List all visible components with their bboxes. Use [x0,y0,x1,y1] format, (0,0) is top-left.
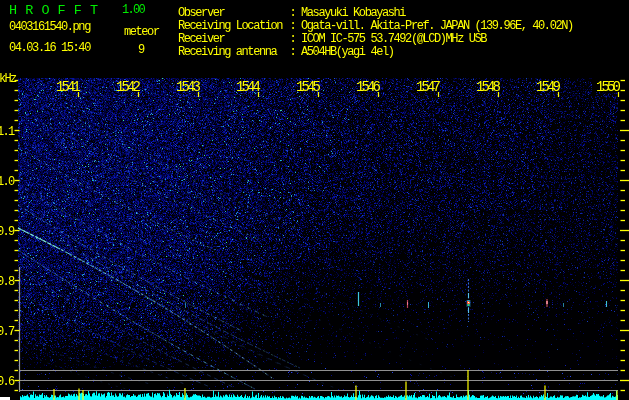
svg-text:0.9: 0.9 [0,225,15,239]
svg-text:Receiving Location: Receiving Location [178,19,283,33]
svg-text:1545: 1545 [296,79,321,95]
svg-text:9: 9 [138,43,145,57]
svg-text:0.7: 0.7 [0,325,15,339]
svg-text:1548: 1548 [476,79,501,95]
svg-text:kHz: kHz [0,72,17,86]
svg-text:Receiving antenna: Receiving antenna [178,45,277,59]
svg-text:: Masayuki Kobayashi: : Masayuki Kobayashi [290,6,407,20]
svg-text:meteor: meteor [124,25,160,39]
svg-text:1.0: 1.0 [0,175,15,189]
svg-text:1542: 1542 [116,79,141,95]
svg-text:Receiver: Receiver [178,32,225,46]
svg-text:H R O F F T: H R O F F T [9,3,98,18]
svg-text:04.03.16 15:40: 04.03.16 15:40 [9,41,91,55]
svg-text:1550: 1550 [596,79,621,95]
svg-text:1543: 1543 [176,79,201,95]
svg-text:0403161540.png: 0403161540.png [9,20,91,34]
svg-text:1.1: 1.1 [0,125,15,139]
svg-text:0.6: 0.6 [0,375,15,389]
svg-text:1541: 1541 [56,79,81,95]
svg-text:: A504HB(yagi 4el): : A504HB(yagi 4el) [290,45,394,59]
svg-text:1549: 1549 [536,79,561,95]
svg-text:1546: 1546 [356,79,381,95]
svg-text:0.8: 0.8 [0,275,15,289]
svg-text:: ICOM IC-575 53.7492(@LCD)MHz: : ICOM IC-575 53.7492(@LCD)MHz USB [290,32,488,46]
svg-text:1547: 1547 [416,79,441,95]
svg-text:1544: 1544 [236,79,261,95]
svg-text:: Ogata-vill. Akita-Pref. JAPA: : Ogata-vill. Akita-Pref. JAPAN (139.96E… [290,19,573,33]
svg-text:Observer: Observer [178,6,225,20]
svg-text:1.00: 1.00 [122,3,146,17]
